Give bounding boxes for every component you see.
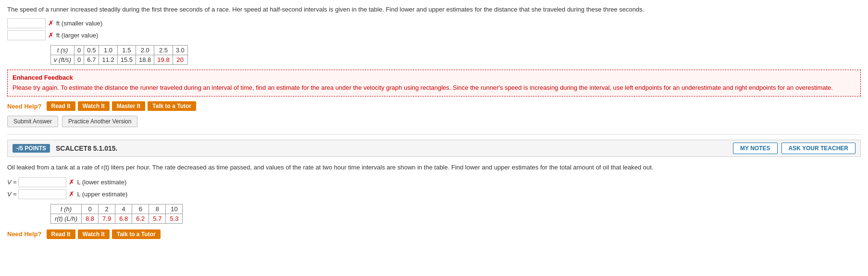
th-4: 4	[115, 204, 132, 214]
problem1-table: t (s) 0 0.5 1.0 1.5 2.0 2.5 3.0 v (ft/s)…	[50, 45, 188, 65]
problem1-text: The speed of a runner increased steadily…	[7, 5, 861, 14]
rt-1: 7.9	[99, 214, 115, 223]
rt-0: 8.8	[81, 214, 98, 223]
problem2-text: Oil leaked from a tank at a rate of r(t)…	[7, 163, 861, 172]
th-6: 6	[132, 204, 149, 214]
unit-label-2: ft (larger value)	[56, 32, 98, 39]
master-it-button-1[interactable]: Master It	[112, 101, 145, 111]
points-bar: -/5 POINTS SCALCET8 5.1.015. MY NOTES AS…	[7, 140, 861, 157]
v-2: 11.2	[99, 55, 117, 64]
x-mark-v1: ✗	[69, 178, 74, 186]
v-6: 20	[173, 55, 187, 64]
points-left: -/5 POINTS SCALCET8 5.1.015.	[12, 144, 117, 153]
read-it-button-1[interactable]: Read It	[47, 101, 75, 111]
t-10: 1.0	[99, 45, 117, 55]
th-10: 10	[166, 204, 183, 214]
v1-unit: L (lower estimate)	[77, 179, 126, 186]
need-help-row-1: Need Help? Read It Watch It Master It Ta…	[7, 101, 861, 111]
practice-another-button[interactable]: Practice Another Version	[62, 116, 137, 127]
v2-label: V ≈	[7, 191, 16, 198]
need-help-label-2: Need Help?	[7, 230, 42, 238]
my-notes-button[interactable]: MY NOTES	[733, 143, 777, 154]
v-row-label: v (ft/s)	[51, 55, 74, 64]
problem2-title: SCALCET8 5.1.015.	[56, 144, 117, 152]
v-1: 6.7	[84, 55, 99, 64]
v2-input[interactable]	[18, 189, 66, 199]
t-15: 1.5	[117, 45, 136, 55]
t-30: 3.0	[173, 45, 187, 55]
need-help-label-1: Need Help?	[7, 103, 42, 110]
problem1-container: The speed of a runner increased steadily…	[7, 5, 861, 127]
v-5: 19.8	[154, 55, 173, 64]
enhanced-feedback: Enhanced Feedback Please try again. To e…	[7, 70, 861, 97]
talk-to-tutor-button-2[interactable]: Talk to a Tutor	[112, 229, 161, 239]
v-3: 15.5	[117, 55, 136, 64]
x-mark-2: ✗	[48, 31, 54, 39]
rt-2: 6.8	[115, 214, 132, 223]
submit-answer-button[interactable]: Submit Answer	[7, 116, 58, 127]
v1-row: V ≈ ✗ L (lower estimate)	[7, 177, 861, 187]
input-row-1: 34.45 ✗ ft (smaller value)	[7, 18, 861, 28]
talk-to-tutor-button-1[interactable]: Talk to a Tutor	[148, 101, 196, 111]
ask-teacher-button[interactable]: ASK YOUR TEACHER	[781, 143, 856, 154]
v1-input[interactable]	[18, 177, 66, 187]
smaller-value-input[interactable]: 34.45	[7, 18, 46, 28]
v2-unit: L (upper estimate)	[77, 191, 127, 198]
t-05: 0.5	[84, 45, 99, 55]
feedback-title: Enhanced Feedback	[12, 74, 856, 81]
th-0: 0	[81, 204, 98, 214]
separator	[7, 134, 861, 135]
unit-label-1: ft (smaller value)	[56, 20, 102, 27]
points-badge: -/5 POINTS	[12, 144, 50, 153]
watch-it-button-2[interactable]: Watch It	[78, 229, 110, 239]
v-4: 18.8	[136, 55, 154, 64]
feedback-body: Please try again. To estimate the distan…	[12, 83, 856, 93]
read-it-button-2[interactable]: Read It	[47, 229, 75, 239]
input-row-2: 44.55 ✗ ft (larger value)	[7, 30, 861, 40]
watch-it-button-1[interactable]: Watch It	[78, 101, 110, 111]
th-2: 2	[99, 204, 115, 214]
points-right: MY NOTES ASK YOUR TEACHER	[733, 143, 856, 154]
x-mark-v2: ✗	[69, 190, 74, 198]
problem2-table: t (h) 0 2 4 6 8 10 r(t) (L/h) 8.8 7.9 6.…	[50, 204, 183, 224]
r-t-label: r(t) (L/h)	[51, 214, 82, 223]
t-0: 0	[74, 45, 84, 55]
action-row-1: Submit Answer Practice Another Version	[7, 116, 861, 127]
x-mark-1: ✗	[48, 19, 54, 27]
larger-value-input[interactable]: 44.55	[7, 30, 46, 40]
v2-row: V ≈ ✗ L (upper estimate)	[7, 189, 861, 199]
t-20: 2.0	[136, 45, 154, 55]
v1-label: V ≈	[7, 179, 16, 186]
rt-5: 5.3	[166, 214, 183, 223]
t-h-label: t (h)	[51, 204, 82, 214]
need-help-row-2: Need Help? Read It Watch It Talk to a Tu…	[7, 229, 861, 239]
rt-3: 6.2	[132, 214, 149, 223]
table-header-label: t (s)	[51, 45, 74, 55]
problem2-container: -/5 POINTS SCALCET8 5.1.015. MY NOTES AS…	[7, 140, 861, 239]
t-25: 2.5	[154, 45, 173, 55]
v-0: 0	[74, 55, 84, 64]
rt-4: 5.7	[149, 214, 166, 223]
th-8: 8	[149, 204, 166, 214]
